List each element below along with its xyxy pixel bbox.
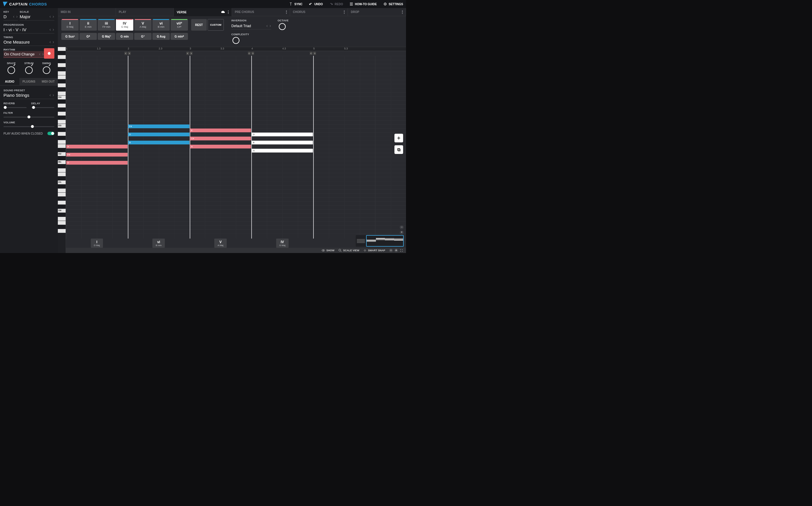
piano-key[interactable]	[58, 100, 66, 104]
piano-key[interactable]	[58, 205, 66, 209]
redo-button[interactable]: REDO	[329, 2, 343, 6]
piano-key[interactable]	[58, 104, 66, 108]
grid-area[interactable]: 11.322.333.344.355.3 AF#DF#DBEC#ADBG ID …	[66, 47, 406, 253]
chevron-right-icon[interactable]	[52, 94, 54, 96]
octave-knob[interactable]	[279, 23, 286, 30]
note[interactable]: D	[128, 133, 189, 136]
scale-view-button[interactable]: SCALE VIEW	[338, 249, 359, 252]
inversion-select[interactable]: Default Triad	[231, 23, 271, 29]
chevron-right-icon[interactable]	[269, 25, 271, 27]
minimap[interactable]	[356, 235, 404, 247]
kebab-icon[interactable]	[286, 10, 287, 14]
play-closed-toggle[interactable]	[48, 132, 54, 135]
v-zoom-out[interactable]: −	[400, 225, 404, 229]
variation-g[interactable]: G⁶	[79, 33, 97, 40]
duplicate-button[interactable]	[394, 145, 403, 154]
filter-slider[interactable]	[3, 117, 54, 117]
piano-key[interactable]	[58, 128, 66, 132]
marker-right[interactable]	[190, 52, 193, 55]
rest-button[interactable]: REST	[191, 19, 207, 30]
piano-key[interactable]	[58, 83, 66, 87]
chord-ii[interactable]: iiE min	[79, 19, 97, 30]
variation-gmaj[interactable]: G Maj⁷	[98, 33, 115, 40]
custom-button[interactable]: CUSTOM	[208, 19, 224, 30]
variation-gsus[interactable]: G Sus²	[61, 33, 79, 40]
piano-key[interactable]	[58, 225, 66, 229]
piano-key[interactable]	[58, 71, 66, 75]
note[interactable]: B	[128, 141, 189, 145]
piano-key[interactable]	[58, 197, 66, 201]
tab-midiout[interactable]: MIDI OUT	[39, 78, 58, 85]
chevron-left-icon[interactable]	[39, 53, 41, 56]
variation-gmin[interactable]: G min	[116, 33, 133, 40]
piano-key[interactable]	[58, 213, 66, 217]
piano-key[interactable]	[58, 148, 66, 152]
scale-select[interactable]: Major	[20, 13, 54, 20]
note[interactable]: D	[252, 133, 313, 136]
piano-key[interactable]	[58, 51, 66, 55]
swing-knob[interactable]	[43, 66, 50, 74]
marker-left[interactable]	[124, 52, 127, 55]
piano-key[interactable]	[58, 189, 66, 193]
marker-left[interactable]	[310, 52, 313, 55]
piano-keys[interactable]: D5D4D3D2B1D1D0	[58, 47, 66, 253]
marker-right[interactable]	[128, 52, 131, 55]
piano-key[interactable]	[58, 87, 66, 92]
piano-key[interactable]	[58, 116, 66, 120]
tab-plugins[interactable]: PLUGINS	[19, 78, 39, 85]
kebab-icon[interactable]	[402, 10, 403, 14]
note[interactable]: D	[66, 161, 128, 165]
reverb-slider[interactable]	[3, 107, 26, 108]
add-note-button[interactable]	[394, 134, 403, 142]
marker-left[interactable]	[248, 52, 251, 55]
section-tab-drop[interactable]: DROP	[348, 8, 406, 16]
note[interactable]: A	[66, 145, 128, 149]
chord-viiº[interactable]: viiºC#º	[171, 19, 188, 30]
space-knob[interactable]	[7, 66, 15, 74]
note[interactable]: E	[190, 129, 251, 132]
piano-key[interactable]	[58, 79, 66, 83]
kebab-icon[interactable]	[344, 10, 345, 14]
h-zoom-out[interactable]: −	[389, 249, 393, 252]
piano-key[interactable]	[58, 47, 66, 51]
note[interactable]: B	[252, 141, 313, 145]
piano-key[interactable]	[58, 168, 66, 172]
piano-key[interactable]	[58, 193, 66, 197]
chord-track-block[interactable]: IVG Maj	[276, 239, 289, 248]
piano-key[interactable]	[58, 176, 66, 180]
piano-key[interactable]	[58, 184, 66, 189]
note[interactable]: A	[190, 145, 251, 149]
chord-iii[interactable]: iiiF# min	[98, 19, 115, 30]
section-tab-chorus[interactable]: CHORUS	[290, 8, 348, 16]
kebab-icon[interactable]	[228, 10, 229, 14]
undo-button[interactable]: UNDO	[309, 2, 323, 6]
piano-key[interactable]	[58, 221, 66, 225]
piano-key[interactable]	[58, 144, 66, 148]
complexity-knob[interactable]	[232, 37, 240, 44]
note[interactable]: F#	[128, 124, 189, 128]
section-tab-play[interactable]: PLAY	[116, 8, 174, 16]
record-button[interactable]	[44, 48, 54, 59]
chord-vi[interactable]: viB min	[152, 19, 170, 30]
piano-key[interactable]	[58, 120, 66, 124]
piano-key[interactable]	[58, 229, 66, 233]
piano-key[interactable]	[58, 140, 66, 144]
variation-g[interactable]: G⁷	[134, 33, 151, 40]
note[interactable]: G	[252, 149, 313, 153]
piano-key[interactable]	[58, 63, 66, 67]
chevron-left-icon[interactable]	[13, 16, 15, 18]
chord-track-block[interactable]: viB min	[152, 239, 165, 248]
h-zoom-in[interactable]: +	[394, 249, 398, 252]
section-tab-verse[interactable]: VERSE	[174, 8, 232, 16]
chord-i[interactable]: ID Maj	[61, 19, 79, 30]
chevron-left-icon[interactable]	[49, 94, 52, 96]
piano-key[interactable]	[58, 112, 66, 116]
cloud-icon[interactable]	[221, 10, 225, 14]
chevron-right-icon[interactable]	[42, 53, 44, 56]
sync-button[interactable]: SYNC	[289, 2, 302, 6]
section-tab-pre-chorus[interactable]: PRE CHORUS	[232, 8, 290, 16]
chevron-left-icon[interactable]	[266, 25, 268, 27]
sound-preset-select[interactable]: Piano Strings	[3, 92, 54, 99]
chord-track-block[interactable]: ID Maj	[91, 239, 103, 248]
volume-slider[interactable]	[3, 126, 54, 127]
